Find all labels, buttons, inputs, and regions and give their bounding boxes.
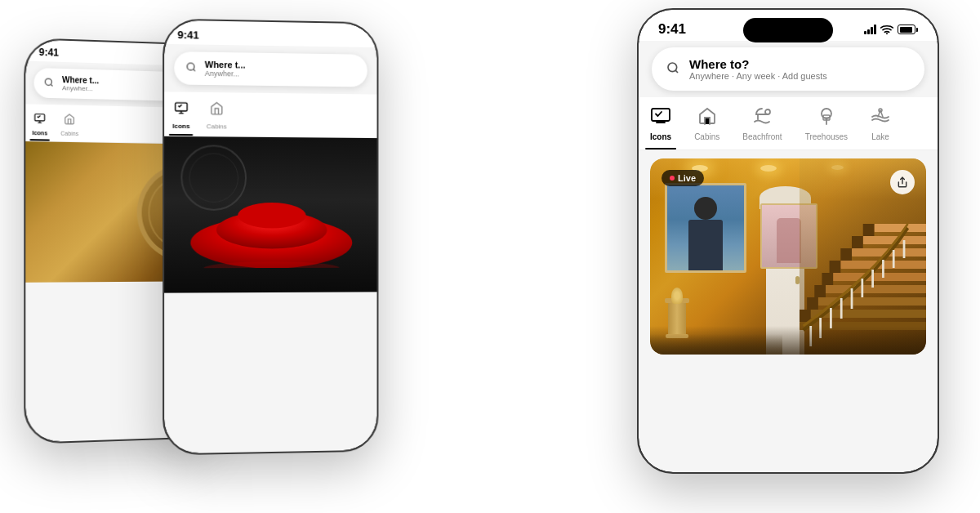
svg-rect-13 <box>652 109 670 121</box>
live-label: Live <box>678 173 696 183</box>
tab-icons-label-1: Icons <box>32 130 47 136</box>
svg-point-10 <box>886 33 888 34</box>
tab-lake-3[interactable]: Lake <box>859 102 902 149</box>
svg-rect-26 <box>874 224 926 232</box>
live-dot <box>670 176 675 181</box>
tab-cabins-2[interactable]: Cabins <box>198 97 235 136</box>
search-subtitle-3: Anywhere · Any week · Add guests <box>689 71 827 81</box>
tab-treehouses-3[interactable]: Treehouses <box>794 102 859 149</box>
svg-rect-31 <box>829 261 840 273</box>
status-bar-2: 9:41 <box>164 20 376 48</box>
category-tabs-2: Icons Cabins <box>164 91 376 138</box>
tab-icons-2[interactable]: Icons <box>164 96 198 136</box>
cabins-tab-icon-2 <box>210 101 224 119</box>
battery-icon <box>898 25 918 34</box>
svg-point-8 <box>238 202 305 228</box>
svg-rect-5 <box>176 103 187 111</box>
svg-rect-29 <box>814 285 826 297</box>
tab-icons-label-3: Icons <box>650 132 671 141</box>
svg-point-11 <box>668 63 677 72</box>
cabins-tab-icon-3 <box>697 107 717 129</box>
tab-cabins-3[interactable]: Cabins <box>683 102 731 149</box>
search-bar-3[interactable]: Where to? Anywhere · Any week · Add gues… <box>652 47 924 91</box>
tab-cabins-label-1: Cabins <box>60 131 78 136</box>
search-title-2: Where t... <box>205 60 246 70</box>
icons-tab-icon-2 <box>174 101 188 119</box>
svg-rect-33 <box>852 236 863 248</box>
phone-2-screen: 9:41 Where t... Anywher... <box>164 20 376 454</box>
tab-beachfront-label-3: Beachfront <box>742 132 782 141</box>
tab-cabins-label-2: Cabins <box>207 123 227 130</box>
beachfront-tab-icon-3 <box>752 107 772 129</box>
svg-point-3 <box>187 63 194 70</box>
phone-3-screen: 9:41 <box>639 10 938 472</box>
lake-tab-icon-3 <box>871 107 890 129</box>
time-1: 9:41 <box>39 47 59 59</box>
phone-3: 9:41 <box>637 8 939 474</box>
tab-icons-3[interactable]: Icons <box>639 102 683 149</box>
svg-rect-30 <box>822 273 833 285</box>
wifi-icon <box>880 25 893 34</box>
svg-rect-22 <box>829 273 926 281</box>
search-text-3: Where to? Anywhere · Any week · Add gues… <box>689 57 827 81</box>
search-subtitle-1: Anywher... <box>62 84 99 92</box>
search-icon-1 <box>44 76 54 90</box>
svg-line-1 <box>51 84 52 86</box>
tab-treehouses-label-3: Treehouses <box>805 132 848 141</box>
icons-tab-icon-1 <box>34 113 46 127</box>
svg-rect-32 <box>840 248 852 261</box>
search-text-2: Where t... Anywher... <box>205 60 246 78</box>
treehouses-tab-icon-3 <box>817 107 836 129</box>
tab-icons-label-2: Icons <box>172 123 189 130</box>
tab-cabins-1[interactable]: Cabins <box>54 109 85 141</box>
time-3: 9:41 <box>658 21 686 38</box>
svg-rect-21 <box>822 285 926 293</box>
tab-lake-label-3: Lake <box>871 132 889 141</box>
svg-rect-34 <box>862 224 874 236</box>
signal-bars-icon <box>864 25 876 34</box>
svg-rect-2 <box>35 114 45 122</box>
search-subtitle-2: Anywher... <box>205 69 246 78</box>
svg-rect-28 <box>807 297 818 310</box>
search-icon-3 <box>666 61 679 77</box>
svg-line-12 <box>675 70 678 73</box>
search-text-1: Where t... Anywher... <box>62 75 99 92</box>
search-title-3: Where to? <box>689 57 827 71</box>
listing-card-3: Live <box>650 158 926 355</box>
svg-line-4 <box>194 69 195 71</box>
svg-rect-27 <box>800 310 811 322</box>
live-badge: Live <box>662 170 704 186</box>
content-image-2 <box>164 136 376 293</box>
dynamic-island <box>743 18 833 42</box>
svg-point-0 <box>45 78 51 85</box>
cabins-tab-icon-1 <box>64 114 75 127</box>
share-button[interactable] <box>890 170 915 194</box>
tab-cabins-label-3: Cabins <box>694 132 719 141</box>
time-2: 9:41 <box>177 29 198 42</box>
svg-point-14 <box>765 109 770 114</box>
search-bar-2[interactable]: Where t... Anywher... <box>174 51 367 87</box>
status-icons-3 <box>864 25 918 34</box>
category-tabs-3: Icons Cabins <box>639 97 938 150</box>
search-icon-2 <box>185 61 196 74</box>
tab-icons-1[interactable]: Icons <box>25 109 54 141</box>
phone-2: 9:41 Where t... Anywher... <box>163 19 378 456</box>
icons-tab-icon-3 <box>651 107 670 129</box>
tab-beachfront-3[interactable]: Beachfront <box>731 102 793 149</box>
